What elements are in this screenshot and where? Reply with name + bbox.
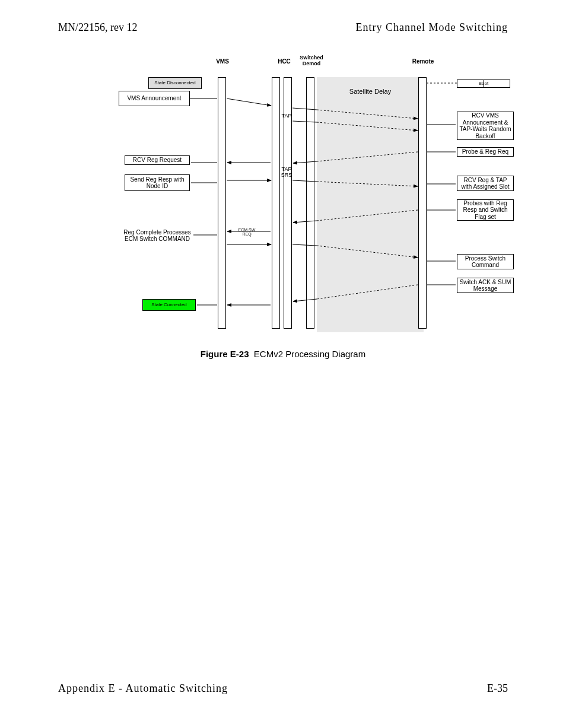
srs-label: SRS: [278, 172, 295, 178]
state-disconnected: State Disconnected: [148, 77, 202, 89]
section-title: Entry Channel Mode Switching: [356, 21, 508, 34]
switch-ack-box: Switch ACK & SUM Message: [457, 278, 514, 293]
figure-label: Figure E-23: [201, 349, 249, 359]
col-remote: Remote: [408, 58, 438, 65]
rcv-reg-request-box: RCV Reg Request: [125, 155, 190, 165]
probes-flag-box: Probes with Reg Resp and Switch Flag set: [457, 199, 514, 221]
probe-reg-box: Probe & Reg Req: [457, 147, 514, 157]
doc-id: MN/22156, rev 12: [58, 21, 138, 34]
rcv-reg-tap-box: RCV Reg & TAP with Assigned Slot: [457, 176, 514, 191]
figure-caption: Figure E-23 ECMv2 Processing Diagram: [0, 349, 566, 359]
col-demod: Switched Demod: [294, 55, 329, 66]
rcv-vms-box: RCV VMS Announcement & TAP-Waits Random …: [457, 112, 514, 140]
ecm-processing-diagram: Satellite Delay VMS HCC Switched Demod R…: [119, 53, 516, 337]
col-vms: VMS: [211, 58, 234, 65]
reg-complete-box: Reg Complete Processes ECM Switch COMMAN…: [122, 225, 193, 246]
lifeline-demod: [306, 77, 314, 329]
figure-text: ECMv2 Processing Diagram: [254, 349, 365, 359]
satellite-delay-band: [317, 77, 424, 332]
tap-label-1: TAP: [278, 113, 295, 119]
lifeline-remote: [418, 77, 427, 329]
boot-box: Boot: [457, 80, 510, 88]
send-reg-resp-box: Send Reg Resp with Node ID: [125, 174, 190, 191]
state-connected: State Connected: [142, 299, 196, 311]
page-number: E-35: [487, 682, 508, 695]
satellite-delay-label: Satellite Delay: [317, 88, 424, 95]
tap-label-2: TAP: [278, 166, 295, 172]
svg-line-3: [227, 98, 271, 106]
vms-announcement-box: VMS Announcement: [119, 91, 190, 106]
lifeline-vms: [218, 77, 226, 329]
process-switch-box: Process Switch Command: [457, 254, 514, 269]
ecm-sw-req-label: ECM SW REQ: [237, 228, 256, 237]
col-hcc: HCC: [275, 58, 293, 65]
appendix-title: Appendix E - Automatic Switching: [58, 682, 228, 695]
